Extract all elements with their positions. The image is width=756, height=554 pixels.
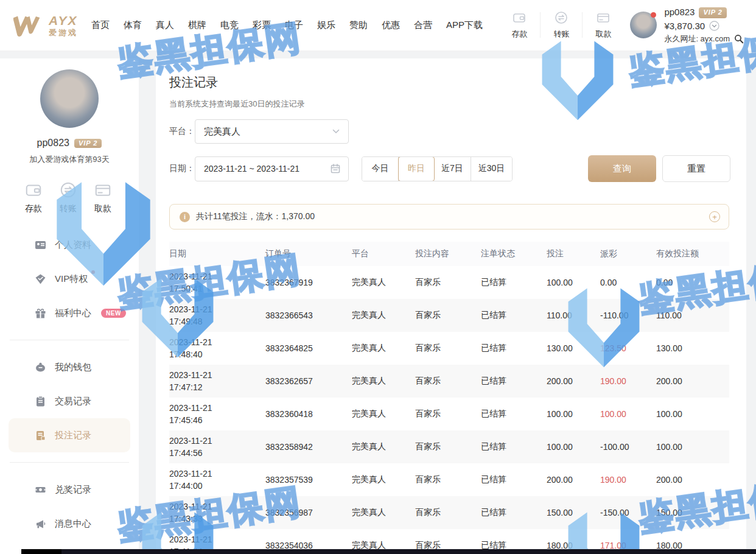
sidebar-item-label: 交易记录 <box>55 396 91 407</box>
sidebar-quick-action[interactable]: 转账 <box>59 181 77 214</box>
sidebar-item-兑奖记录[interactable]: 兑奖记录 <box>9 472 130 507</box>
table-row: 2023-11-2117:47:12 3832362657 完美真人 百家乐 已… <box>169 365 729 398</box>
platform-label: 平台： <box>169 126 195 137</box>
reset-button[interactable]: 重置 <box>662 155 730 182</box>
withdraw-card-icon <box>94 181 112 199</box>
search-icon[interactable] <box>734 34 744 44</box>
page-subtitle: 当前系统支持查询最近30日的投注记录 <box>169 99 746 110</box>
sidebar-item-消息中心[interactable]: 消息中心 <box>9 507 130 541</box>
nav-item-5[interactable]: 彩票 <box>253 19 271 31</box>
betting-records-page: AYX 爱游戏 首页体育真人棋牌电竞彩票电子娱乐赞助优惠合营APP下载 存款 转… <box>0 0 756 554</box>
sidebar-item-label: 投注记录 <box>55 430 91 441</box>
sidebar-item-label: 个人资料 <box>55 239 91 251</box>
quick-action[interactable]: 存款 <box>502 10 536 40</box>
query-button[interactable]: 查询 <box>588 155 656 182</box>
date-range-input[interactable]: 2023-11-21 ~ 2023-11-21 <box>195 156 349 181</box>
divider <box>10 340 129 340</box>
info-icon: i <box>180 212 190 222</box>
sidebar-item-福利中心[interactable]: 福利中心 NEW <box>9 296 130 330</box>
sidebar-item-label: VIP特权 <box>55 273 88 285</box>
chevron-down-icon <box>331 127 341 136</box>
sidebar-avatar[interactable] <box>40 69 99 128</box>
nav-item-0[interactable]: 首页 <box>91 19 110 31</box>
date-range-value: 2023-11-21 ~ 2023-11-21 <box>204 164 330 174</box>
balance-amount: ¥3,870.30 <box>664 20 705 32</box>
deposit-wallet-icon <box>24 181 43 199</box>
bottom-dark-bar <box>21 549 756 554</box>
red-dot <box>91 270 95 274</box>
range-button-昨日[interactable]: 昨日 <box>398 156 435 181</box>
ticket-icon <box>35 484 46 496</box>
table-row: 2023-11-2117:44:56 3832358942 完美真人 百家乐 已… <box>169 430 729 463</box>
sidebar-item-label: 兑奖记录 <box>55 484 91 496</box>
bet-record-icon <box>35 430 46 441</box>
nav-item-2[interactable]: 真人 <box>156 19 174 31</box>
range-button-近7日[interactable]: 近7日 <box>434 157 471 181</box>
platform-select[interactable]: 完美真人 <box>195 119 349 144</box>
nav-item-10[interactable]: 合营 <box>414 19 432 31</box>
vip-diamond-icon <box>35 273 46 285</box>
table-row: 2023-11-2117:50:41 3832367919 完美真人 百家乐 已… <box>169 266 729 299</box>
nav-item-9[interactable]: 优惠 <box>382 19 400 31</box>
balance-refresh-chevron-icon[interactable] <box>709 21 719 31</box>
table-header-cell: 日期 <box>169 242 265 266</box>
bets-table: 日期订单号平台投注内容注单状态投注派彩有效投注额 2023-11-2117:50… <box>169 242 729 554</box>
table-header-cell: 注单状态 <box>481 242 547 266</box>
transfer-icon <box>59 181 77 199</box>
nav-item-6[interactable]: 电子 <box>285 19 303 31</box>
range-button-今日[interactable]: 今日 <box>362 157 399 181</box>
summary-text: 共计11笔投注，流水：1,370.00 <box>196 211 709 222</box>
deposit-wallet-icon <box>502 10 536 25</box>
sidebar: pp0823 VIP 2 加入爱游戏体育第93天 存款 转账 取款 个人资料 V… <box>0 58 139 554</box>
table-row: 2023-11-2117:43:33 3832356987 完美真人 百家乐 已… <box>169 496 729 529</box>
sidebar-quick-actions: 存款 转账 取款 <box>0 181 139 214</box>
logo-text-en: AYX <box>49 14 78 27</box>
sidebar-item-label: 消息中心 <box>55 518 91 530</box>
table-header-row: 日期订单号平台投注内容注单状态投注派彩有效投注额 <box>169 242 729 266</box>
sidebar-item-VIP特权[interactable]: VIP特权 <box>9 262 130 296</box>
nav-item-4[interactable]: 电竞 <box>220 19 239 31</box>
table-row: 2023-11-2117:48:40 3832364825 完美真人 百家乐 已… <box>169 332 729 365</box>
notification-dot <box>651 12 656 18</box>
nav-item-3[interactable]: 棋牌 <box>188 19 206 31</box>
divider <box>10 462 129 463</box>
megaphone-icon <box>35 518 46 530</box>
date-filter-row: 日期： 2023-11-21 ~ 2023-11-21 今日昨日近7日近30日 … <box>169 155 730 182</box>
header-user-info: pp0823 VIP 2 ¥3,870.30 永久网址: ayx.com <box>664 6 744 44</box>
divider <box>582 12 583 38</box>
header-avatar[interactable] <box>630 12 657 38</box>
withdraw-card-icon <box>586 10 620 25</box>
site-logo[interactable]: AYX 爱游戏 <box>13 13 78 38</box>
quick-action[interactable]: 取款 <box>586 10 620 40</box>
quick-action[interactable]: 转账 <box>544 10 578 40</box>
sidebar-vip-badge: VIP 2 <box>74 139 102 148</box>
main-nav: 首页体育真人棋牌电竞彩票电子娱乐赞助优惠合营APP下载 <box>91 19 483 31</box>
expand-plus-icon[interactable]: + <box>709 211 720 222</box>
clipboard-icon <box>35 396 46 407</box>
calendar-icon <box>330 163 341 174</box>
sidebar-item-个人资料[interactable]: 个人资料 <box>9 228 130 262</box>
sidebar-quick-action[interactable]: 存款 <box>24 181 43 214</box>
sidebar-item-投注记录[interactable]: 投注记录 <box>9 418 130 452</box>
sidebar-item-label: 我的钱包 <box>55 362 91 373</box>
platform-filter-row: 平台： 完美真人 <box>169 119 730 144</box>
date-range-buttons: 今日昨日近7日近30日 <box>362 156 513 181</box>
nav-item-1[interactable]: 体育 <box>124 19 142 31</box>
main-panel: 投注记录 当前系统支持查询最近30日的投注记录 平台： 完美真人 日期： 202… <box>156 58 746 554</box>
sidebar-item-交易记录[interactable]: 交易记录 <box>9 384 130 418</box>
table-header-cell: 派彩 <box>600 242 656 266</box>
sidebar-quick-action[interactable]: 取款 <box>94 181 112 214</box>
nav-item-8[interactable]: 赞助 <box>349 19 368 31</box>
joined-days-text: 加入爱游戏体育第93天 <box>0 154 139 165</box>
nav-item-7[interactable]: 娱乐 <box>317 19 335 31</box>
permanent-url: 永久网址: ayx.com <box>664 33 730 44</box>
transfer-icon <box>544 10 578 25</box>
nav-item-11[interactable]: APP下载 <box>446 19 483 31</box>
sidebar-item-我的钱包[interactable]: 我的钱包 <box>9 350 130 384</box>
range-button-近30日[interactable]: 近30日 <box>471 157 513 181</box>
platform-selected-value: 完美真人 <box>204 126 331 138</box>
table-row: 2023-11-2117:49:48 3832366543 完美真人 百家乐 已… <box>169 299 729 332</box>
table-header-cell: 平台 <box>352 242 415 266</box>
logo-mark-icon <box>13 13 44 38</box>
vip-badge: VIP 2 <box>699 7 727 18</box>
